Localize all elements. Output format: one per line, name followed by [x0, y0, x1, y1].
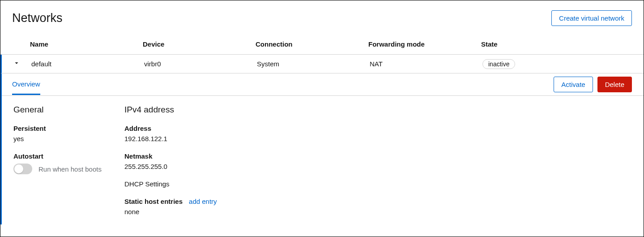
chevron-down-icon[interactable] — [13, 60, 20, 66]
persistent-label: Persistent — [13, 125, 111, 132]
static-host-entries-value: none — [124, 208, 632, 215]
netmask-label: Netmask — [124, 152, 632, 160]
create-virtual-network-button[interactable]: Create virtual network — [551, 10, 632, 26]
persistent-value: yes — [13, 135, 111, 142]
table-row[interactable]: default virbr0 System NAT inactive — [0, 55, 644, 73]
row-connection: System — [257, 60, 370, 68]
col-forwarding-header: Forwarding mode — [368, 40, 481, 48]
dhcp-settings-label: DHCP Settings — [124, 180, 632, 188]
autostart-desc: Run when host boots — [38, 165, 102, 173]
row-forwarding: NAT — [370, 60, 482, 68]
col-state-header: State — [481, 40, 632, 48]
col-name-header: Name — [30, 40, 143, 48]
netmask-value: 255.255.255.0 — [124, 163, 632, 170]
autostart-label: Autostart — [13, 152, 111, 160]
general-section-title: General — [13, 105, 111, 115]
status-badge: inactive — [482, 59, 515, 69]
delete-button[interactable]: Delete — [597, 77, 632, 92]
ipv4-section-title: IPv4 address — [124, 105, 632, 115]
col-connection-header: Connection — [256, 40, 368, 48]
address-value: 192.168.122.1 — [124, 135, 632, 142]
row-name: default — [31, 60, 144, 68]
static-host-entries-label: Static host entries — [124, 198, 183, 205]
table-header: Name Device Connection Forwarding mode S… — [0, 34, 644, 55]
activate-button[interactable]: Activate — [554, 77, 593, 92]
address-label: Address — [124, 125, 632, 132]
page-title: Networks — [12, 11, 63, 25]
col-device-header: Device — [143, 40, 256, 48]
row-device: virbr0 — [144, 60, 257, 68]
tab-overview[interactable]: Overview — [12, 75, 40, 95]
add-entry-link[interactable]: add entry — [189, 198, 217, 205]
autostart-toggle[interactable] — [13, 164, 32, 174]
